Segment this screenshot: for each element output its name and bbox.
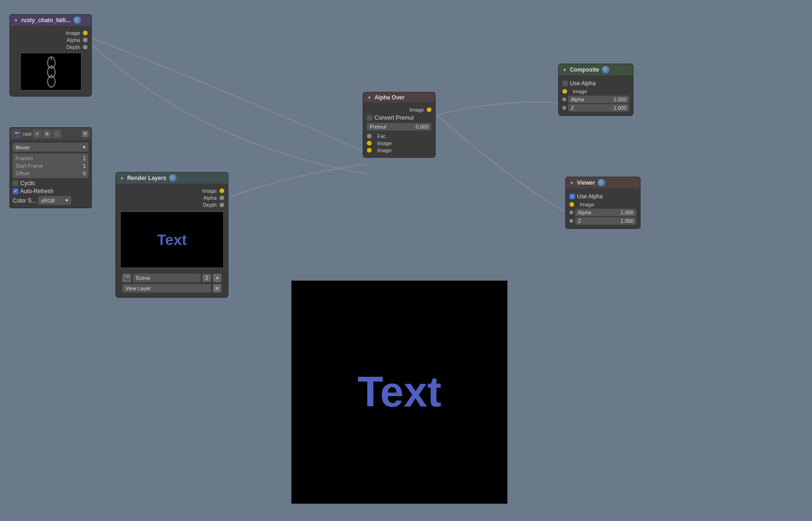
composite-z-socket[interactable] bbox=[562, 106, 566, 110]
composite-title: Composite bbox=[570, 66, 599, 73]
color-space-label: Color S... bbox=[13, 197, 36, 204]
large-viewer-text: Text bbox=[357, 368, 441, 416]
cyclic-checkbox[interactable] bbox=[13, 180, 18, 186]
image-output-label: Image bbox=[65, 30, 80, 36]
image-output-row: Image bbox=[14, 30, 88, 36]
prop-icon1[interactable]: ⊙ bbox=[33, 130, 41, 138]
ao-image-output-row: Image bbox=[367, 107, 431, 113]
composite-header: ▼ Composite bbox=[559, 64, 633, 75]
ao-image1-socket[interactable] bbox=[367, 141, 372, 146]
source-type-dropdown[interactable]: Movie ▾ bbox=[13, 143, 89, 152]
start-frame-value[interactable]: 1 bbox=[72, 163, 86, 169]
composite-use-alpha-row: Use Alpha bbox=[562, 80, 629, 87]
prop-tab-label[interactable]: rust bbox=[23, 131, 32, 137]
view-layer-row: View Layer ⊞ bbox=[122, 284, 221, 293]
viewer-collapse-icon[interactable]: ▼ bbox=[569, 180, 574, 186]
viewer-use-alpha-label: Use Alpha bbox=[577, 193, 603, 200]
source-type-label: Movie bbox=[16, 145, 29, 150]
image-node-title: rusty_chain_falli... bbox=[21, 17, 71, 24]
offset-label: Offset bbox=[16, 171, 53, 176]
premul-value: 0.000 bbox=[415, 124, 429, 130]
render-bottom: 🎬 Scene 2 ✕ View Layer ⊞ bbox=[120, 272, 224, 294]
view-layer-icon[interactable]: ⊞ bbox=[213, 284, 221, 293]
composite-z-value: 1.000 bbox=[613, 105, 626, 111]
frames-label: Frames bbox=[16, 155, 53, 161]
offset-value[interactable]: 0 bbox=[72, 171, 86, 176]
convert-premul-checkbox[interactable] bbox=[367, 115, 373, 121]
ao-image2-socket[interactable] bbox=[367, 148, 372, 153]
viewer-body: ✓ Use Alpha Image Alpha 1.000 Z 1.000 bbox=[566, 188, 640, 228]
prop-toolbar: 📷 rust ⊙ ⊞ □ ✕ bbox=[10, 128, 91, 140]
composite-z-row: Z 1.000 bbox=[562, 104, 629, 112]
rl-alpha-label: Alpha bbox=[203, 195, 217, 201]
ao-fac-socket[interactable] bbox=[367, 134, 372, 138]
viewer-image-label: Image bbox=[580, 202, 594, 207]
alpha-over-collapse-icon[interactable]: ▼ bbox=[367, 95, 372, 100]
render-layers-title: Render Layers bbox=[127, 175, 166, 181]
composite-use-alpha-checkbox[interactable] bbox=[562, 81, 568, 86]
render-layers-collapse-icon[interactable]: ▼ bbox=[120, 176, 124, 181]
rl-image-socket[interactable] bbox=[219, 188, 224, 193]
color-space-row: Color S... sRGB ▾ bbox=[13, 196, 89, 205]
viewer-alpha-row: Alpha 1.000 bbox=[569, 209, 636, 216]
rl-depth-output-row: Depth bbox=[120, 202, 224, 208]
rl-depth-label: Depth bbox=[203, 202, 217, 208]
viewer-alpha-value: 1.000 bbox=[620, 210, 633, 215]
viewer-use-alpha-checkbox[interactable]: ✓ bbox=[569, 194, 575, 199]
offset-row: Offset 0 bbox=[13, 170, 89, 177]
composite-alpha-field[interactable]: Alpha 1.000 bbox=[568, 96, 629, 103]
rl-alpha-socket[interactable] bbox=[219, 195, 224, 200]
composite-image-socket[interactable] bbox=[562, 89, 567, 94]
depth-output-label: Depth bbox=[66, 44, 80, 50]
rl-depth-socket[interactable] bbox=[219, 203, 224, 207]
start-frame-label: Start Frame bbox=[16, 163, 53, 169]
dropdown-chevron: ▾ bbox=[83, 144, 86, 150]
prop-icon2[interactable]: ⊞ bbox=[43, 130, 51, 138]
color-space-dropdown[interactable]: sRGB ▾ bbox=[38, 196, 71, 205]
prop-icon3[interactable]: □ bbox=[53, 130, 61, 138]
composite-z-field[interactable]: Z 1.000 bbox=[568, 104, 629, 112]
image-output-socket[interactable] bbox=[83, 31, 88, 35]
viewer-z-row: Z 1.000 bbox=[569, 217, 636, 225]
convert-premul-label: Convert Premul bbox=[374, 114, 414, 121]
viewer-z-field[interactable]: Z 1.000 bbox=[575, 217, 636, 225]
viewer-z-socket[interactable] bbox=[569, 219, 573, 223]
alpha-output-socket[interactable] bbox=[83, 38, 88, 42]
scene-label: Scene bbox=[136, 275, 150, 281]
viewer-image-socket[interactable] bbox=[569, 202, 574, 207]
viewer-alpha-socket[interactable] bbox=[569, 211, 573, 214]
composite-alpha-socket[interactable] bbox=[562, 98, 566, 101]
scene-field[interactable]: Scene bbox=[133, 274, 201, 282]
composite-image-label: Image bbox=[573, 89, 587, 94]
rl-image-output-row: Image bbox=[120, 188, 224, 194]
image-thumbnail bbox=[20, 53, 81, 90]
viewer-z-label: Z bbox=[578, 218, 581, 224]
alpha-over-header: ▼ Alpha Over bbox=[363, 92, 435, 103]
globe-icon bbox=[73, 16, 81, 24]
auto-refresh-checkbox[interactable]: ✓ bbox=[13, 188, 18, 194]
depth-output-socket[interactable] bbox=[83, 45, 88, 49]
image-node-body: Image Alpha Depth bbox=[10, 26, 91, 96]
render-preview: Text bbox=[120, 212, 224, 268]
premul-field[interactable]: Premul 0.000 bbox=[367, 123, 431, 130]
image-node-header: ▼ rusty_chain_falli... bbox=[10, 15, 91, 26]
prop-close-button[interactable]: ✕ bbox=[82, 130, 89, 137]
ao-fac-input-row: Fac bbox=[367, 133, 431, 139]
viewer-alpha-field[interactable]: Alpha 1.000 bbox=[575, 209, 636, 216]
render-layers-node: ▼ Render Layers Image Alpha Depth Text 🎬… bbox=[115, 172, 228, 298]
composite-image-input-row: Image bbox=[562, 89, 629, 94]
collapse-icon[interactable]: ▼ bbox=[14, 18, 18, 23]
composite-collapse-icon[interactable]: ▼ bbox=[562, 67, 567, 73]
render-layers-globe-icon bbox=[169, 174, 177, 182]
composite-alpha-label: Alpha bbox=[571, 97, 584, 102]
frames-value[interactable]: 1 bbox=[72, 155, 86, 161]
scene-close-button[interactable]: ✕ bbox=[213, 274, 221, 282]
composite-alpha-row: Alpha 1.000 bbox=[562, 96, 629, 103]
composite-use-alpha-label: Use Alpha bbox=[570, 80, 596, 87]
alpha-over-body: Image Convert Premul Premul 0.000 Fac Im… bbox=[363, 103, 435, 157]
viewer-globe-icon bbox=[598, 179, 605, 187]
scene-icon: 🎬 bbox=[122, 274, 131, 282]
view-layer-field[interactable]: View Layer bbox=[122, 284, 211, 293]
scene-num[interactable]: 2 bbox=[203, 274, 211, 282]
ao-output-socket[interactable] bbox=[427, 107, 431, 112]
